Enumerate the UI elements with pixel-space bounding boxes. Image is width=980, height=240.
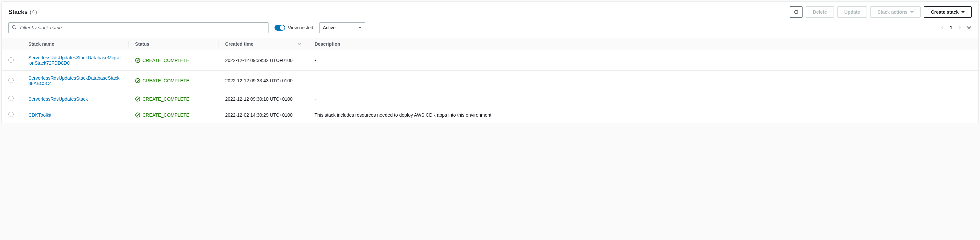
search-wrap — [8, 22, 269, 33]
create-stack-label: Create stack — [931, 10, 959, 15]
refresh-icon — [794, 10, 799, 15]
created-time-text: 2022-12-12 09:30:10 UTC+0100 — [225, 96, 293, 102]
stack-name-link[interactable]: CDKToolkit — [29, 112, 51, 118]
table-row: ServerlessRdsUpdatesStackCREATE_COMPLETE… — [2, 91, 978, 107]
caret-down-icon — [910, 11, 914, 13]
page-number: 1 — [950, 25, 952, 30]
panel-title-wrap: Stacks (4) — [8, 9, 37, 16]
success-icon — [135, 78, 140, 83]
svg-point-1 — [968, 27, 970, 28]
success-icon — [135, 112, 140, 118]
caret-down-icon — [358, 27, 361, 29]
col-description[interactable]: Description — [308, 38, 978, 50]
status-cell: CREATE_COMPLETE — [135, 58, 212, 63]
created-time-text: 2022-12-12 09:39:32 UTC+0100 — [225, 58, 293, 63]
table-row: ServerlessRdsUpdatesStackDatabaseMigrati… — [2, 50, 978, 71]
stack-actions-label: Stack actions — [877, 10, 907, 15]
row-select-radio[interactable] — [8, 78, 14, 83]
col-created-time[interactable]: Created time — [218, 38, 308, 50]
create-stack-button[interactable]: Create stack — [924, 6, 972, 17]
status-text: CREATE_COMPLETE — [142, 112, 189, 118]
view-nested-toggle[interactable] — [275, 25, 285, 31]
stack-name-link[interactable]: ServerlessRdsUpdatesStackDatabaseStack38… — [29, 75, 119, 86]
table-row: ServerlessRdsUpdatesStackDatabaseStack38… — [2, 71, 978, 91]
view-nested-label: View nested — [288, 25, 313, 30]
panel-title-count: (4) — [30, 9, 37, 16]
stack-name-link[interactable]: ServerlessRdsUpdatesStackDatabaseMigrati… — [29, 55, 121, 66]
stacks-panel: Stacks (4) Delete Update Stack actions C… — [2, 2, 978, 123]
col-stack-name[interactable]: Stack name — [22, 38, 129, 50]
sort-desc-icon — [298, 41, 301, 47]
status-cell: CREATE_COMPLETE — [135, 96, 212, 102]
page-next-button — [958, 25, 961, 30]
delete-button: Delete — [806, 6, 834, 17]
filter-input[interactable] — [8, 22, 269, 33]
success-icon — [135, 58, 140, 63]
success-icon — [135, 96, 140, 102]
description-text: - — [315, 96, 316, 102]
stack-actions-button: Stack actions — [870, 6, 920, 17]
status-text: CREATE_COMPLETE — [142, 58, 189, 63]
status-cell: CREATE_COMPLETE — [135, 78, 212, 83]
panel-header: Stacks (4) Delete Update Stack actions C… — [2, 2, 978, 20]
stacks-table: Stack name Status Created time Descripti… — [2, 38, 978, 123]
status-cell: CREATE_COMPLETE — [135, 112, 212, 118]
col-created-label: Created time — [225, 41, 253, 47]
status-text: CREATE_COMPLETE — [142, 78, 189, 83]
stack-name-link[interactable]: ServerlessRdsUpdatesStack — [29, 96, 88, 102]
filter-row: View nested Active 1 — [2, 20, 978, 38]
status-text: CREATE_COMPLETE — [142, 96, 189, 102]
pagination: 1 — [941, 25, 972, 30]
row-select-radio[interactable] — [8, 57, 14, 63]
settings-button[interactable] — [966, 25, 972, 30]
refresh-button[interactable] — [790, 6, 803, 17]
status-filter-select[interactable]: Active — [319, 22, 365, 33]
row-select-radio[interactable] — [8, 96, 14, 101]
caret-down-icon — [961, 11, 965, 13]
description-text: - — [315, 78, 316, 83]
action-buttons: Delete Update Stack actions Create stack — [790, 6, 972, 17]
view-nested-toggle-wrap: View nested — [275, 25, 313, 31]
description-text: This stack includes resources needed to … — [315, 112, 492, 118]
col-select — [2, 38, 22, 50]
row-select-radio[interactable] — [8, 112, 14, 117]
created-time-text: 2022-12-02 14:30:29 UTC+0100 — [225, 112, 293, 118]
panel-title: Stacks — [8, 9, 28, 16]
status-filter-value: Active — [323, 25, 336, 30]
update-button: Update — [837, 6, 867, 17]
col-status[interactable]: Status — [129, 38, 218, 50]
page-prev-button — [941, 25, 944, 30]
table-row: CDKToolkitCREATE_COMPLETE2022-12-02 14:3… — [2, 107, 978, 123]
svg-point-0 — [12, 25, 15, 28]
gear-icon — [966, 25, 972, 30]
search-icon — [12, 25, 16, 31]
description-text: - — [315, 58, 316, 63]
created-time-text: 2022-12-12 09:33:43 UTC+0100 — [225, 78, 293, 83]
